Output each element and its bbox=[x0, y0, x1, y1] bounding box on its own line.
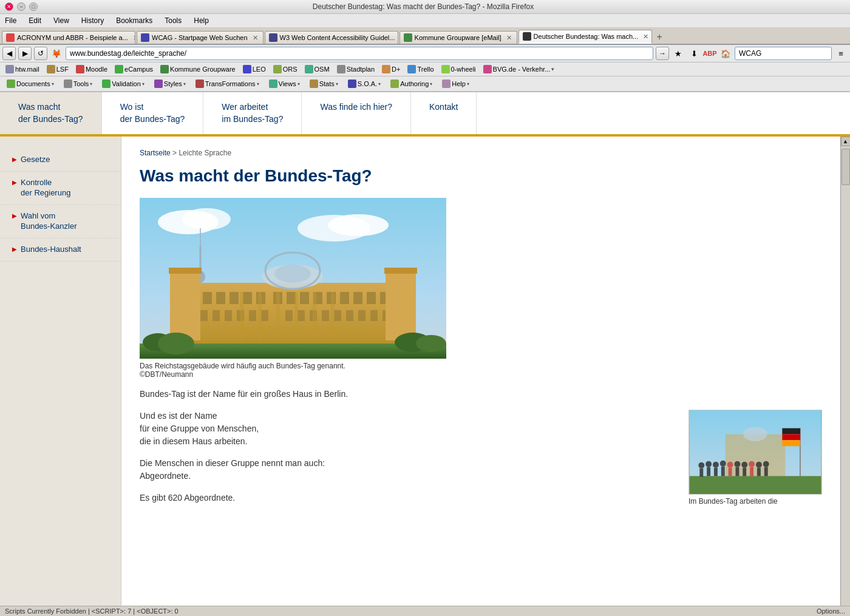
reload-button[interactable]: ↺ bbox=[34, 47, 47, 60]
main-image-container: Das Reichstagsgebäude wird häufig auch B… bbox=[140, 198, 822, 379]
svg-point-76 bbox=[713, 462, 719, 468]
tab-favicon-1 bbox=[6, 33, 15, 42]
page-content-area: Was macht der Bundes-Tag? Wo ist der Bun… bbox=[0, 92, 850, 606]
tab-1[interactable]: ACRONYM und ABBR - Beispiele a... ✕ bbox=[2, 31, 135, 44]
bookmark-star-icon[interactable]: ★ bbox=[672, 47, 685, 60]
window-minimize-button[interactable]: − bbox=[17, 2, 25, 11]
tool-authoring[interactable]: Authoring ▾ bbox=[386, 78, 437, 90]
bm-icon-lsf bbox=[47, 65, 55, 73]
bookmark-ors[interactable]: ORS bbox=[270, 64, 301, 75]
nav-item-label-5a: Kontakt bbox=[429, 102, 458, 112]
tool-styles[interactable]: Styles ▾ bbox=[150, 78, 190, 90]
title-bar: ✕ − □ Deutscher Bundestag: Was macht der… bbox=[0, 0, 850, 14]
window-close-button[interactable]: ✕ bbox=[5, 2, 13, 11]
menu-bar: File Edit View History Bookmarks Tools H… bbox=[0, 14, 850, 28]
tool-tools[interactable]: Tools ▾ bbox=[59, 78, 97, 90]
svg-point-63 bbox=[416, 335, 446, 352]
tool-soa[interactable]: S.O.A. ▾ bbox=[344, 78, 385, 90]
tool-transformations[interactable]: TransFormations ▾ bbox=[191, 78, 264, 90]
tab-close-2[interactable]: ✕ bbox=[253, 34, 258, 42]
documents-icon bbox=[7, 80, 15, 88]
bookmark-kommune[interactable]: Kommune Groupware bbox=[157, 64, 239, 75]
home-icon[interactable]: 🏠 bbox=[719, 47, 732, 60]
forward-button[interactable]: ▶ bbox=[18, 47, 32, 60]
tab-close-4[interactable]: ✕ bbox=[506, 34, 512, 42]
search-input[interactable] bbox=[735, 47, 832, 60]
menu-tools[interactable]: Tools bbox=[162, 15, 184, 26]
nav-kontakt[interactable]: Kontakt bbox=[411, 92, 477, 134]
tab-5[interactable]: Deutscher Bundestag: Was mach... ✕ bbox=[518, 30, 652, 44]
tab-close-1[interactable]: ✕ bbox=[133, 34, 135, 42]
tab-label-5: Deutscher Bundestag: Was mach... bbox=[534, 33, 639, 40]
bookmark-stadtplan[interactable]: Stadtplan bbox=[334, 64, 378, 75]
scroll-thumb[interactable] bbox=[841, 149, 850, 185]
sidebar-item-gesetze[interactable]: ▶ Gesetze bbox=[0, 149, 121, 172]
tool-views[interactable]: Views ▾ bbox=[265, 78, 304, 90]
text-column: Und es ist der Name für eine Gruppe von … bbox=[140, 410, 676, 513]
bookmark-moodle[interactable]: Moodle bbox=[73, 64, 110, 75]
svg-rect-39 bbox=[346, 310, 353, 321]
menu-view[interactable]: View bbox=[51, 15, 72, 26]
menu-history[interactable]: History bbox=[79, 15, 106, 26]
tab-4[interactable]: Kommune Groupware [eMail] ✕ bbox=[399, 31, 517, 44]
new-tab-button[interactable]: + bbox=[653, 30, 666, 44]
tab-2[interactable]: WCAG - Startpage Web Suchen ✕ bbox=[137, 31, 264, 44]
nav-extra-icon[interactable]: ≡ bbox=[834, 47, 848, 60]
svg-rect-89 bbox=[757, 468, 761, 476]
bookmark-trello[interactable]: Trello bbox=[404, 64, 437, 75]
paragraph-4: Es gibt 620 Abgeordnete. bbox=[140, 492, 676, 504]
tool-stats[interactable]: Stats ▾ bbox=[305, 78, 342, 90]
nav-was-macht[interactable]: Was macht der Bundes-Tag? bbox=[0, 92, 102, 134]
bookmark-leo[interactable]: LEO bbox=[240, 64, 269, 75]
tab-label-2: WCAG - Startpage Web Suchen bbox=[152, 34, 248, 41]
tool-validation[interactable]: Validation ▾ bbox=[98, 78, 149, 90]
authoring-icon bbox=[390, 80, 399, 88]
stats-arrow: ▾ bbox=[336, 81, 338, 87]
breadcrumb-home[interactable]: Startseite bbox=[140, 149, 171, 157]
tab-favicon-4 bbox=[404, 33, 412, 42]
nav-was-finde[interactable]: Was finde ich hier? bbox=[302, 92, 411, 134]
tool-documents[interactable]: Documents ▾ bbox=[2, 78, 58, 90]
bookmark-ecampus[interactable]: eCampus bbox=[112, 64, 156, 75]
image-caption-line2: ©DBT/Neumann bbox=[140, 370, 193, 379]
tab-close-5[interactable]: ✕ bbox=[643, 33, 648, 41]
svg-rect-85 bbox=[743, 468, 746, 476]
svg-rect-18 bbox=[300, 292, 309, 304]
bookmark-lsf[interactable]: LSF bbox=[44, 64, 72, 75]
svg-rect-56 bbox=[384, 268, 417, 274]
scroll-up-button[interactable]: ▲ bbox=[841, 137, 851, 146]
menu-edit[interactable]: Edit bbox=[26, 15, 44, 26]
bookmark-0wheeli[interactable]: 0-wheeli bbox=[438, 64, 479, 75]
svg-rect-75 bbox=[707, 467, 710, 476]
svg-rect-30 bbox=[225, 310, 232, 321]
sidebar-item-wahl[interactable]: ▶ Wahl vomBundes-Kanzler bbox=[0, 205, 121, 239]
svg-point-66 bbox=[743, 427, 767, 442]
bookmark-bvg[interactable]: BVG.de - Verkehr... ▾ bbox=[480, 64, 558, 75]
back-button[interactable]: ◀ bbox=[2, 47, 16, 60]
svg-point-2 bbox=[182, 208, 231, 230]
bookmark-osm[interactable]: OSM bbox=[302, 64, 333, 75]
nav-wo-ist[interactable]: Wo ist der Bundes-Tag? bbox=[102, 92, 204, 134]
svg-point-61 bbox=[158, 333, 194, 354]
menu-file[interactable]: File bbox=[2, 15, 19, 26]
nav-wer-arbeitet[interactable]: Wer arbeitet im Bundes-Tag? bbox=[203, 92, 302, 134]
sidebar-item-haushalt[interactable]: ▶ Bundes-Haushalt bbox=[0, 239, 121, 262]
bookmark-htw-mail[interactable]: htw.mail bbox=[2, 64, 42, 75]
status-right[interactable]: Options... bbox=[817, 608, 845, 615]
sidebar-item-kontrolle[interactable]: ▶ Kontrolleder Regierung bbox=[0, 172, 121, 205]
window-maximize-button[interactable]: □ bbox=[29, 2, 38, 11]
tab-3[interactable]: W3 Web Content Accessibility Guidel... ✕ bbox=[265, 31, 398, 44]
svg-rect-49 bbox=[331, 292, 335, 344]
tool-help[interactable]: Help ▾ bbox=[438, 78, 474, 90]
url-bar[interactable] bbox=[66, 47, 653, 60]
sidebar-arrow-3: ▶ bbox=[12, 212, 17, 219]
menu-bookmarks[interactable]: Bookmarks bbox=[114, 15, 155, 26]
download-icon[interactable]: ⬇ bbox=[687, 47, 701, 60]
bm-icon-ors bbox=[273, 65, 282, 73]
breadcrumb-current: Leichte Sprache bbox=[178, 149, 231, 157]
menu-help[interactable]: Help bbox=[191, 15, 211, 26]
svg-point-90 bbox=[763, 461, 769, 467]
bm-icon-osm bbox=[305, 65, 313, 73]
bookmark-dplus[interactable]: D+ bbox=[379, 64, 403, 75]
go-button[interactable]: → bbox=[656, 47, 669, 60]
